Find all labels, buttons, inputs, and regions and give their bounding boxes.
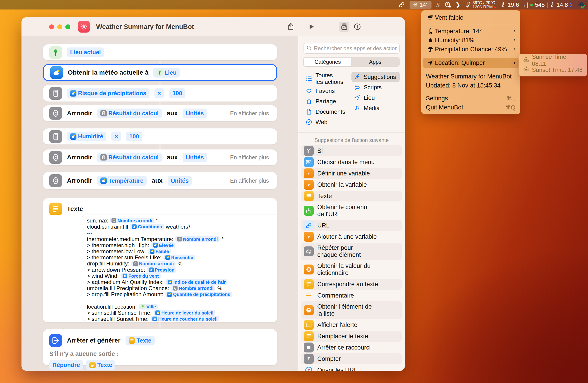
menu-item-conditions[interactable]: Vent faible bbox=[423, 12, 519, 23]
magic-variable-pill[interactable]: Ville bbox=[139, 304, 158, 309]
sensors-item[interactable]: 19,6 →| ● 545 | 14,8 ❯ bbox=[501, 1, 573, 9]
token-pill[interactable]: Résultat du calcul bbox=[97, 153, 162, 162]
suggestion-row[interactable]: Ouvrir les URL bbox=[301, 365, 402, 371]
suggestion-row[interactable]: Obtenir la valeur du dictionnaire bbox=[301, 261, 402, 278]
submenu-item-sunset[interactable]: Sunset Time: 17:48 bbox=[521, 65, 586, 75]
token-pill[interactable]: Texte bbox=[126, 336, 155, 345]
menu-item-humidity[interactable]: Humidity: 81%› bbox=[423, 36, 519, 45]
magic-variable-pill[interactable]: Nombre arrondi bbox=[131, 261, 176, 266]
tab-apps[interactable]: Apps bbox=[352, 58, 399, 66]
menu-item-updated[interactable]: Updated: 8 Nov at 15:45:34 bbox=[423, 81, 519, 90]
zoom-button[interactable] bbox=[65, 24, 70, 29]
suggestion-row[interactable]: Arrêter ce raccourci bbox=[301, 342, 402, 353]
category-scroll[interactable]: Scripts bbox=[352, 82, 399, 92]
action-card[interactable]: ArrondirRésultat du calculauxUnitésEn af… bbox=[43, 105, 277, 121]
category-heart[interactable]: Favoris bbox=[303, 86, 352, 96]
suggestion-row[interactable]: xObtenir la variable bbox=[301, 179, 402, 190]
action-card[interactable]: ArrondirRésultat du calculauxUnitésEn af… bbox=[43, 149, 277, 165]
search-input[interactable] bbox=[314, 45, 397, 52]
token-pill[interactable]: Lieu actuel bbox=[67, 47, 104, 57]
fan-temp-item[interactable]: 39°C / 29°C 1206 RPM◆ bbox=[465, 1, 496, 9]
chevron-menubar-icon[interactable]: ❯ bbox=[456, 1, 460, 9]
show-more-link[interactable]: En afficher plus bbox=[230, 154, 269, 161]
suggestion-row[interactable]: Remplacer le texte bbox=[301, 331, 402, 342]
category-note[interactable]: Média bbox=[352, 103, 399, 113]
suggestion-row[interactable]: Afficher l'alerte bbox=[301, 320, 402, 330]
show-more-link[interactable]: En afficher plus bbox=[230, 110, 269, 117]
magic-variable-pill[interactable]: Ressentie bbox=[164, 255, 195, 260]
info-button[interactable] bbox=[352, 22, 362, 32]
magic-variable-pill[interactable]: Heure de coucher du soleil bbox=[151, 316, 219, 321]
token-pill[interactable]: 100 bbox=[169, 88, 185, 98]
minimize-button[interactable] bbox=[57, 24, 62, 29]
suggestion-row[interactable]: Répéter pour chaque élément bbox=[301, 242, 402, 260]
suggestion-row[interactable]: Si bbox=[301, 145, 402, 156]
suggestion-row[interactable]: ΣCompter bbox=[301, 353, 402, 364]
magic-variable-pill[interactable]: Nombre arrondi bbox=[175, 236, 220, 242]
magic-variable-pill[interactable]: Élevée bbox=[151, 242, 175, 248]
suggestion-row[interactable]: Obtenir l'élément de la liste bbox=[301, 301, 402, 319]
token-pill[interactable]: × bbox=[154, 88, 164, 98]
category-compass[interactable]: Web bbox=[303, 117, 352, 127]
magic-variable-pill[interactable]: Force du vent bbox=[121, 273, 161, 279]
action-library-button[interactable] bbox=[339, 22, 349, 32]
run-shortcut-button[interactable] bbox=[306, 22, 316, 32]
token-pill[interactable]: Texte bbox=[86, 360, 115, 370]
category-sparkles[interactable]: Suggestions bbox=[352, 72, 399, 82]
action-card[interactable]: Lieu actuel bbox=[43, 44, 277, 60]
magic-variable-pill[interactable]: Nombre arrondi bbox=[110, 218, 154, 223]
magic-variable-pill[interactable]: Conditions bbox=[130, 224, 164, 229]
text-action-card[interactable]: Textesun.max Nombre arrondi °cloud.sun.r… bbox=[43, 198, 277, 323]
token-pill[interactable]: Humidité bbox=[67, 132, 106, 141]
suggestion-row[interactable]: xDéfinir une variable bbox=[301, 168, 402, 179]
share-button[interactable] bbox=[286, 22, 296, 32]
token-pill[interactable]: 100 bbox=[126, 132, 142, 141]
suggestion-row[interactable]: xAjouter à une variable bbox=[301, 231, 402, 242]
tab-categories[interactable]: Catégories bbox=[304, 58, 352, 66]
action-card[interactable]: Humidité×100 bbox=[43, 128, 277, 144]
suggestion-row[interactable]: Commentaire bbox=[301, 290, 402, 301]
weather-menubar-item[interactable]: ☀ 14° bbox=[410, 1, 432, 9]
screen-timer-lock-icon[interactable] bbox=[444, 1, 451, 9]
s-logo-icon[interactable]: S bbox=[436, 1, 440, 9]
magic-variable-pill[interactable]: Heure de lever du soleil bbox=[154, 310, 215, 316]
menu-item-quit[interactable]: Quit MenuBot⌘Q bbox=[423, 103, 519, 112]
token-pill[interactable]: Unités bbox=[183, 108, 207, 118]
magic-variable-pill[interactable]: Indice de qualité de l'air bbox=[166, 279, 228, 285]
token-pill[interactable]: × bbox=[111, 132, 121, 141]
token-pill[interactable]: Lieu bbox=[153, 68, 180, 78]
search-field[interactable] bbox=[303, 43, 399, 54]
menu-item-shortcut-name[interactable]: Weather Summary for MenuBot bbox=[423, 72, 519, 81]
suggestion-row[interactable]: Correspondre au texte bbox=[301, 279, 402, 290]
token-pill[interactable]: Répondre bbox=[49, 360, 83, 370]
menu-item-location[interactable]: Location: Quimper› bbox=[423, 58, 519, 68]
stop-action-card[interactable]: Arrêter et générerTexteS'il n'y a aucune… bbox=[43, 329, 277, 365]
action-card[interactable]: Risque de précipitations×100 bbox=[43, 85, 277, 101]
text-editor-area[interactable]: sun.max Nombre arrondi °cloud.sun.rain.f… bbox=[82, 215, 279, 321]
magic-variable-pill[interactable]: Quantité de précipitations bbox=[165, 292, 232, 297]
menu-item-precipitation[interactable]: Precipitation Chance: 49%› bbox=[423, 45, 519, 54]
token-pill[interactable]: Unités bbox=[183, 153, 207, 162]
suggestion-row[interactable]: URL bbox=[301, 220, 402, 231]
magic-variable-pill[interactable]: Pression bbox=[147, 267, 176, 273]
magic-variable-pill[interactable]: Nombre arrondi bbox=[171, 285, 215, 291]
link-icon[interactable] bbox=[398, 1, 405, 9]
action-card[interactable]: ArrondirTempératureauxUnitésEn afficher … bbox=[43, 172, 277, 189]
token-pill[interactable]: Unités bbox=[168, 176, 192, 186]
menu-item-settings[interactable]: Settings...⌘ , bbox=[423, 94, 519, 103]
close-button[interactable] bbox=[49, 24, 54, 29]
category-location[interactable]: Lieu bbox=[352, 92, 399, 103]
category-document[interactable]: Documents bbox=[303, 106, 352, 117]
submenu-item-sunrise[interactable]: Sunrise Time: 08:11 bbox=[521, 56, 586, 65]
suggestion-row[interactable]: Choisir dans le menu bbox=[301, 157, 402, 167]
menu-item-temperature[interactable]: Temperature: 14°› bbox=[423, 27, 519, 36]
magic-variable-pill[interactable]: Faible bbox=[148, 248, 171, 254]
token-pill[interactable]: Température bbox=[97, 176, 147, 186]
category-list[interactable]: Toutes les actions bbox=[303, 72, 352, 86]
action-card[interactable]: Obtenir la météo actuelle àLieu bbox=[43, 64, 277, 81]
show-more-link[interactable]: En afficher plus bbox=[230, 178, 269, 184]
suggestion-row[interactable]: Obtenir le contenu de l'URL bbox=[301, 202, 402, 220]
category-share[interactable]: Partage bbox=[303, 96, 352, 106]
suggestion-row[interactable]: Texte bbox=[301, 191, 402, 202]
token-pill[interactable]: Résultat du calcul bbox=[97, 108, 162, 118]
